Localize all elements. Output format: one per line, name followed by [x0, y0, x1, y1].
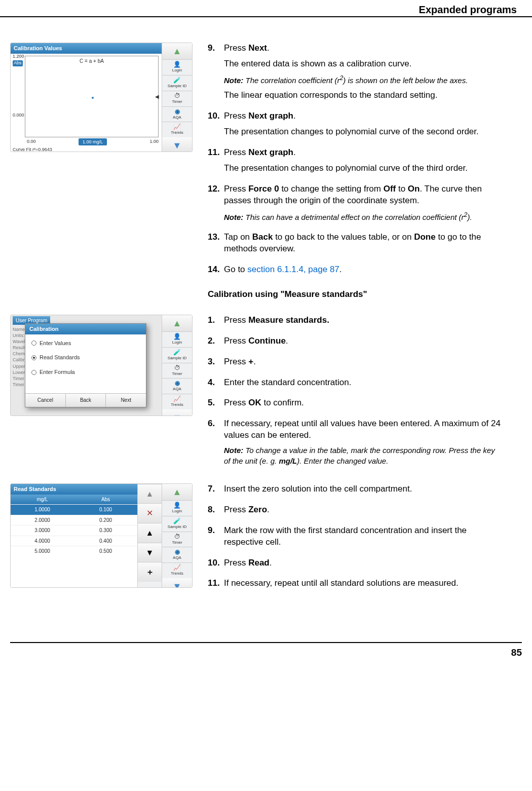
row-up-icon[interactable]: ▲ [138, 523, 162, 543]
step-item: 9.Press Next.The entered data is shown a… [208, 43, 502, 105]
side-sample-id[interactable]: 🧪Sample ID [162, 516, 192, 532]
x-left: 0.00 [27, 138, 36, 145]
steps-list-a: 9.Press Next.The entered data is shown a… [208, 43, 502, 280]
side-trends[interactable]: 📈Trends [162, 122, 192, 137]
scroll-up-icon[interactable]: ▲ [162, 484, 192, 500]
side-aqa[interactable]: ◉AQA [162, 378, 192, 394]
step-text: If necessary, repeat until all values ha… [224, 418, 502, 441]
cell-abs: 0.100 [74, 504, 137, 515]
side-login[interactable]: 👤Login [162, 500, 192, 516]
side-trends[interactable]: 📈Trends [162, 394, 192, 409]
step-item: 12.Press Force 0 to change the setting f… [208, 183, 502, 227]
step-item: 2.Press Continue. [208, 335, 502, 351]
calibration-graph: C = a + bA ◀ [25, 56, 159, 137]
steps-list-c: 7.Insert the zero solution into the cell… [208, 483, 502, 594]
dialog-next-button[interactable]: Next [106, 394, 146, 407]
col-mg-l: mg/L [11, 495, 74, 505]
option-enter-formula[interactable]: Enter Formula [31, 368, 140, 376]
step-item: 6.If necessary, repeat until all values … [208, 418, 502, 470]
row-down-icon[interactable]: ▼ [138, 543, 162, 562]
step-text: Press Zero. [224, 504, 502, 516]
side-sample-id[interactable]: 🧪Sample ID [162, 347, 192, 363]
step-item: 4.Enter the standard concentration. [208, 377, 502, 393]
table-row[interactable]: 4.00000.400 [11, 536, 137, 546]
step-number: 8. [208, 504, 224, 520]
scroll-up-icon[interactable]: ▲ [162, 315, 192, 331]
step-item: 9.Mark the row with the first standard c… [208, 525, 502, 552]
screenshot-calibration-values: Calibration Values 1.200 Abs C = a + bA … [10, 43, 193, 152]
table-row[interactable]: 3.00000.300 [11, 525, 137, 536]
screenshot-read-standards: Read Standards mg/L Abs 1.00000.1002.000… [10, 483, 193, 588]
side-timer[interactable]: ⏱Timer [162, 91, 192, 106]
step-number: 11. [208, 578, 224, 593]
step-note: Note: To change a value in the table, ma… [224, 445, 502, 466]
step-body: Insert the zero solution into the cell c… [224, 483, 502, 499]
scroll-down-icon[interactable]: ▼ [162, 137, 192, 152]
step-number: 4. [208, 377, 224, 393]
step-item: 5.Press OK to confirm. [208, 397, 502, 413]
side-timer[interactable]: ⏱Timer [162, 532, 192, 547]
step-body: Press Read. [224, 557, 502, 573]
option-read-standards[interactable]: Read Standards [31, 354, 140, 361]
step-number: 2. [208, 335, 224, 351]
panel-title: Read Standards [11, 484, 137, 495]
step-text: Press Next. [224, 43, 502, 54]
side-aqa[interactable]: ◉AQA [162, 547, 192, 562]
step-body: Enter the standard concentration. [224, 377, 502, 393]
step-body: If necessary, repeat until all values ha… [224, 418, 502, 470]
step-item: 14.Go to section 6.1.1.4, page 87. [208, 264, 502, 280]
scroll-up-icon[interactable]: ▲ [162, 43, 192, 59]
step-note: Note: The correlation coefficient (r2) i… [224, 74, 502, 86]
table-row[interactable]: 1.00000.100 [11, 504, 137, 515]
step-text: Press Measure standards. [224, 315, 502, 326]
steps-list-b: 1.Press Measure standards.2.Press Contin… [208, 315, 502, 470]
side-sample-id[interactable]: 🧪Sample ID [162, 75, 192, 91]
delete-icon[interactable]: ✕ [138, 503, 162, 523]
table-row[interactable]: 5.00000.500 [11, 546, 137, 556]
x-mid[interactable]: 1.00 mg/L [79, 138, 107, 145]
option-enter-values[interactable]: Enter Values [31, 340, 140, 347]
step-item: 1.Press Measure standards. [208, 315, 502, 330]
step-item: 10.Press Next graph.The presentation cha… [208, 110, 502, 142]
step-text: Press Continue. [224, 335, 502, 347]
step-body: Press +. [224, 356, 502, 372]
side-timer[interactable]: ⏱Timer [162, 363, 192, 379]
side-aqa[interactable]: ◉AQA [162, 106, 192, 122]
add-icon[interactable]: ＋ [138, 562, 162, 582]
step-number: 12. [208, 183, 224, 227]
x-right: 1.00 [149, 138, 159, 145]
cell-mg-l: 4.0000 [11, 536, 74, 546]
page-number: 85 [10, 642, 522, 659]
scroll-down-icon[interactable]: ▼ [162, 409, 192, 416]
cell-mg-l: 3.0000 [11, 525, 74, 536]
table-row[interactable]: 2.00000.200 [11, 515, 137, 525]
side-login[interactable]: 👤Login [162, 59, 192, 75]
step-text: Enter the standard concentration. [224, 377, 502, 389]
step-text: Press Next graph. [224, 110, 502, 122]
step-text: Press Next graph. [224, 147, 502, 159]
step-body: Press Force 0 to change the setting from… [224, 183, 502, 227]
dialog-cancel-button[interactable]: Cancel [25, 394, 66, 407]
step-text: If necessary, repeat until all standard … [224, 578, 502, 589]
scroll-up-icon[interactable]: ▲ [138, 484, 162, 504]
step-number: 10. [208, 557, 224, 573]
cell-abs: 0.200 [74, 515, 137, 525]
step-body: Press Zero. [224, 504, 502, 520]
data-point [92, 97, 94, 99]
y-unit: Abs [13, 60, 23, 66]
step-body: Tap on Back to go back to the values tab… [224, 232, 502, 259]
scroll-down-icon[interactable]: ▼ [162, 578, 192, 588]
step-text: Mark the row with the first standard con… [224, 525, 502, 548]
step-text: Tap on Back to go back to the values tab… [224, 232, 502, 255]
step-number: 6. [208, 418, 224, 470]
subheading-measure-standards: Calibration using "Measure standards" [208, 289, 502, 300]
step-text: Go to section 6.1.1.4, page 87. [224, 264, 502, 276]
step-item: 8.Press Zero. [208, 504, 502, 520]
step-body: Press Continue. [224, 335, 502, 351]
side-login[interactable]: 👤Login [162, 331, 192, 347]
dialog-back-button[interactable]: Back [66, 394, 106, 407]
step-number: 10. [208, 110, 224, 142]
equation: C = a + bA [80, 58, 104, 65]
side-trends[interactable]: 📈Trends [162, 562, 192, 578]
step-text: Press +. [224, 356, 502, 368]
